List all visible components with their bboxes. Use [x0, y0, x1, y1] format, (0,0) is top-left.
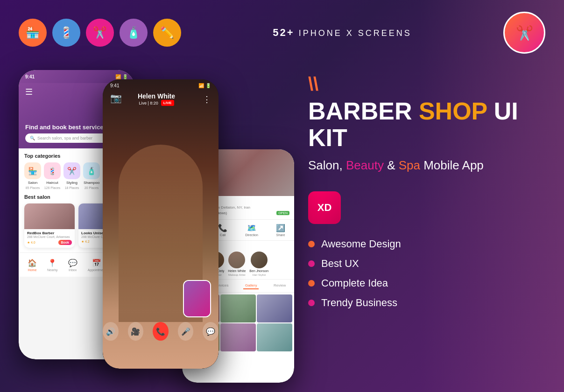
- feature-dot-4: [308, 300, 315, 306]
- nav-inbox[interactable]: 💬 Inbox: [68, 259, 78, 272]
- phone2-status: 📶 🔋: [198, 83, 211, 88]
- call-controls: 🔊 🎥 📞 🎤 💬: [103, 322, 219, 341]
- shampoo-category-icon: 🧴: [83, 162, 100, 179]
- feature-dot-2: [308, 260, 315, 267]
- phone2-time: 9:41: [110, 83, 119, 88]
- live-badge: LIVE: [161, 100, 174, 106]
- home-icon: 🏠: [28, 259, 37, 267]
- share-icon: ↗️: [276, 224, 285, 232]
- specialist-avatar-3: [228, 252, 245, 268]
- specialist-4[interactable]: Ben Jhonson Hair Stylist: [249, 252, 268, 276]
- gallery-cell-6[interactable]: [257, 323, 292, 351]
- category-shampoo[interactable]: 🧴 Shampoo 20 Places: [83, 162, 100, 189]
- feature-text-3: Complete Idea: [321, 277, 388, 289]
- adobe-xd-badge: XD: [308, 191, 341, 224]
- app-logo: ✂️: [503, 12, 545, 54]
- mute-button[interactable]: 🎤: [178, 322, 194, 341]
- open-badge: OPEN: [276, 211, 289, 215]
- category-salon[interactable]: 🏪 Salon 85 Places: [24, 162, 41, 189]
- shampoo-label: Shampoo: [84, 181, 99, 185]
- gallery-cell-3[interactable]: [257, 294, 292, 322]
- action-share[interactable]: ↗️ Share: [276, 224, 285, 237]
- salon-addr-1: 288 McClure Court, Arkansas: [27, 235, 72, 238]
- screen-count-label: 52+ IPHONE X SCREENS: [181, 27, 503, 39]
- category-styling[interactable]: ✂️ Styling 18 Places: [63, 162, 80, 189]
- search-icon: 🔍: [30, 136, 35, 140]
- calendar-icon: 📅: [92, 259, 101, 267]
- end-call-button[interactable]: 📞: [153, 322, 169, 341]
- speaker-button[interactable]: 🔊: [103, 322, 119, 341]
- feature-text-4: Trendy Business: [321, 297, 397, 309]
- nav-nearby[interactable]: 📍 Nearby: [47, 259, 58, 272]
- gallery-cell-2[interactable]: [220, 294, 256, 322]
- subtitle-amp: &: [384, 158, 399, 172]
- book-button-1[interactable]: Book: [58, 240, 72, 245]
- feature-trendy-business: Trendy Business: [308, 297, 545, 309]
- salon-stars-2: ★ 4.2: [81, 240, 90, 244]
- feature-text-1: Awesome Design: [321, 238, 401, 250]
- subtitle-salon: Salon,: [308, 158, 346, 172]
- specialist-avatar-4: [251, 252, 268, 268]
- category-icons-row: 🏪 💈 ✂️ 🧴 ✏️: [19, 19, 181, 47]
- nav-home[interactable]: 🏠 Home: [28, 259, 37, 272]
- feature-best-ux: Best UX: [308, 258, 545, 270]
- gallery-cell-5[interactable]: [220, 323, 256, 351]
- main-content: 9:41 📶 🔋 ☰ ⚙ Find and book best services: [0, 65, 564, 392]
- salon-name-1: RedBox Barber: [27, 231, 72, 235]
- caller-name: Helen White: [138, 92, 175, 100]
- salon-stars-1: ★ 4.0: [27, 241, 35, 245]
- category-icon-haircut[interactable]: 💈: [52, 19, 80, 47]
- inbox-icon: 💬: [68, 259, 78, 267]
- video-button[interactable]: 🎥: [128, 322, 144, 341]
- title-shop: SHOP: [419, 98, 487, 125]
- more-options-icon[interactable]: ⋮: [203, 94, 211, 105]
- feature-complete-idea: Complete Idea: [308, 277, 545, 289]
- feature-list: Awesome Design Best UX Complete Idea Tre…: [308, 238, 545, 309]
- best-salon-label: Best salon: [24, 194, 50, 200]
- salon-category-icon: 🏪: [24, 162, 41, 179]
- action-direction[interactable]: 🗺️ Direction: [245, 224, 258, 237]
- main-title: BARBER SHOP UI KIT: [308, 98, 545, 151]
- header: 🏪 💈 ✂️ 🧴 ✏️ 52+ IPHONE X SCREENS ✂️: [0, 0, 564, 65]
- chat-button[interactable]: 💬: [203, 322, 219, 341]
- tab-gallery[interactable]: Gallery: [243, 282, 259, 289]
- subtitle-spa: Spa: [399, 158, 420, 172]
- subtitle: Salon, Beauty & Spa Mobile App: [308, 158, 545, 173]
- title-barber: BARBER: [308, 98, 419, 125]
- live-time: Live | 8:20: [139, 101, 158, 105]
- call-header: Helen White Live | 8:20 LIVE ⋮: [103, 92, 219, 106]
- subtitle-suffix: Mobile App: [420, 158, 484, 172]
- top-categories-label: Top categories: [24, 153, 60, 159]
- category-icon-shampoo[interactable]: 🧴: [120, 19, 148, 47]
- tab-review[interactable]: Review: [272, 282, 288, 289]
- call-icon: 📞: [218, 224, 227, 232]
- feature-awesome-design: Awesome Design: [308, 238, 545, 250]
- specialist-3[interactable]: Helen White Makeup Artist: [228, 252, 246, 276]
- feature-dot-1: [308, 241, 315, 247]
- category-icon-savings[interactable]: ✏️: [153, 19, 181, 47]
- action-call[interactable]: 📞 Call: [218, 224, 227, 237]
- feature-dot-3: [308, 280, 315, 287]
- phone-2: 9:41 📶 🔋 📷 Helen White Live | 8:20 LIVE: [103, 79, 219, 369]
- salon-image-1: [24, 203, 75, 229]
- salon-card-redbox[interactable]: RedBox Barber 288 McClure Court, Arkansa…: [24, 203, 75, 248]
- haircut-category-icon: 💈: [44, 162, 61, 179]
- xd-label: XD: [317, 202, 332, 214]
- category-icon-salon[interactable]: 🏪: [19, 19, 47, 47]
- deco-lines: \\: [308, 75, 545, 93]
- phones-area: 9:41 📶 🔋 ☰ ⚙ Find and book best services: [9, 65, 289, 373]
- mini-camera-view: [183, 280, 211, 317]
- category-icon-styling[interactable]: ✂️: [86, 19, 114, 47]
- feature-text-2: Best UX: [321, 258, 359, 270]
- direction-icon: 🗺️: [247, 224, 256, 232]
- styling-category-icon: ✂️: [63, 162, 80, 179]
- subtitle-beauty: Beauty: [346, 158, 384, 172]
- phone1-status-icons: 📶 🔋: [115, 74, 128, 79]
- phone1-time: 9:41: [25, 74, 35, 79]
- search-placeholder: Search salon, spa and barber: [37, 136, 92, 140]
- location-icon: 📍: [48, 259, 57, 267]
- category-haircut[interactable]: 💈 Haircut 126 Places: [44, 162, 61, 189]
- info-area: \\ BARBER SHOP UI KIT Salon, Beauty & Sp…: [289, 65, 564, 326]
- video-call-screen: 9:41 📶 🔋 📷 Helen White Live | 8:20 LIVE: [103, 79, 219, 369]
